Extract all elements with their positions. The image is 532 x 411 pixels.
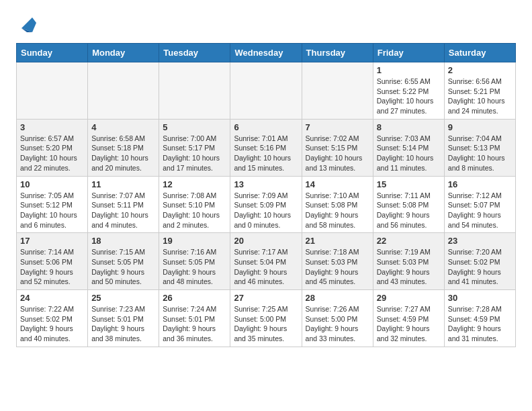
calendar-day-cell: 18Sunrise: 7:15 AMSunset: 5:05 PMDayligh… — [88, 233, 159, 290]
day-number: 8 — [377, 122, 441, 132]
calendar-day-cell: 4Sunrise: 6:58 AMSunset: 5:18 PMDaylight… — [88, 119, 159, 176]
day-number: 30 — [448, 293, 512, 303]
calendar-day-cell: 6Sunrise: 7:01 AMSunset: 5:16 PMDaylight… — [230, 119, 302, 176]
calendar-day-cell: 29Sunrise: 7:27 AMSunset: 4:59 PMDayligh… — [373, 290, 444, 347]
calendar-day-cell — [88, 62, 159, 120]
calendar-day-cell: 23Sunrise: 7:20 AMSunset: 5:02 PMDayligh… — [444, 233, 515, 290]
calendar-day-cell: 25Sunrise: 7:23 AMSunset: 5:01 PMDayligh… — [88, 290, 159, 347]
day-info: Sunrise: 7:05 AMSunset: 5:12 PMDaylight:… — [20, 191, 84, 230]
calendar-week-row: 1Sunrise: 6:55 AMSunset: 5:22 PMDaylight… — [17, 62, 516, 120]
calendar-day-cell — [302, 62, 373, 120]
day-info: Sunrise: 7:10 AMSunset: 5:08 PMDaylight:… — [306, 191, 369, 230]
day-number: 16 — [448, 179, 512, 189]
day-number: 27 — [234, 293, 298, 303]
day-info: Sunrise: 7:02 AMSunset: 5:15 PMDaylight:… — [306, 134, 369, 173]
day-info: Sunrise: 6:57 AMSunset: 5:20 PMDaylight:… — [20, 134, 84, 173]
calendar-day-cell: 16Sunrise: 7:12 AMSunset: 5:07 PMDayligh… — [444, 176, 515, 233]
calendar-day-cell: 15Sunrise: 7:11 AMSunset: 5:08 PMDayligh… — [373, 176, 444, 233]
calendar-day-cell: 27Sunrise: 7:25 AMSunset: 5:00 PMDayligh… — [230, 290, 302, 347]
day-info: Sunrise: 7:23 AMSunset: 5:01 PMDaylight:… — [91, 304, 155, 344]
day-number: 20 — [234, 236, 298, 246]
day-number: 15 — [377, 179, 441, 189]
day-number: 21 — [306, 236, 369, 246]
calendar-day-cell: 2Sunrise: 6:56 AMSunset: 5:21 PMDaylight… — [444, 62, 515, 120]
calendar-day-cell: 28Sunrise: 7:26 AMSunset: 5:00 PMDayligh… — [302, 290, 373, 347]
day-info: Sunrise: 7:16 AMSunset: 5:05 PMDaylight:… — [163, 247, 226, 287]
logo — [16, 13, 36, 32]
calendar-day-cell: 7Sunrise: 7:02 AMSunset: 5:15 PMDaylight… — [302, 119, 373, 176]
day-number: 26 — [163, 293, 226, 303]
day-number: 12 — [163, 179, 226, 189]
day-number: 13 — [234, 179, 298, 189]
day-info: Sunrise: 7:08 AMSunset: 5:10 PMDaylight:… — [163, 191, 226, 230]
day-info: Sunrise: 7:00 AMSunset: 5:17 PMDaylight:… — [163, 134, 226, 173]
calendar: SundayMondayTuesdayWednesdayThursdayFrid… — [16, 43, 516, 347]
day-number: 7 — [306, 122, 369, 132]
day-info: Sunrise: 7:28 AMSunset: 4:59 PMDaylight:… — [448, 304, 512, 344]
calendar-day-cell: 12Sunrise: 7:08 AMSunset: 5:10 PMDayligh… — [159, 176, 230, 233]
calendar-day-cell — [159, 62, 230, 120]
calendar-day-cell: 22Sunrise: 7:19 AMSunset: 5:03 PMDayligh… — [373, 233, 444, 290]
day-info: Sunrise: 6:58 AMSunset: 5:18 PMDaylight:… — [91, 134, 155, 173]
day-info: Sunrise: 7:07 AMSunset: 5:11 PMDaylight:… — [91, 191, 155, 230]
day-info: Sunrise: 7:09 AMSunset: 5:09 PMDaylight:… — [234, 191, 298, 230]
day-number: 3 — [20, 122, 84, 132]
calendar-day-cell: 5Sunrise: 7:00 AMSunset: 5:17 PMDaylight… — [159, 119, 230, 176]
day-info: Sunrise: 7:26 AMSunset: 5:00 PMDaylight:… — [306, 304, 369, 344]
calendar-day-header: Saturday — [444, 44, 515, 62]
calendar-day-cell: 8Sunrise: 7:03 AMSunset: 5:14 PMDaylight… — [373, 119, 444, 176]
day-number: 24 — [20, 293, 84, 303]
calendar-week-row: 3Sunrise: 6:57 AMSunset: 5:20 PMDaylight… — [17, 119, 516, 176]
day-info: Sunrise: 7:04 AMSunset: 5:13 PMDaylight:… — [448, 134, 512, 173]
day-number: 5 — [163, 122, 226, 132]
header — [16, 13, 516, 32]
day-number: 11 — [91, 179, 155, 189]
logo-icon — [17, 13, 36, 32]
calendar-day-header: Tuesday — [159, 44, 230, 62]
day-number: 6 — [234, 122, 298, 132]
calendar-day-header: Wednesday — [230, 44, 302, 62]
calendar-day-cell: 26Sunrise: 7:24 AMSunset: 5:01 PMDayligh… — [159, 290, 230, 347]
day-number: 14 — [306, 179, 369, 189]
calendar-week-row: 10Sunrise: 7:05 AMSunset: 5:12 PMDayligh… — [17, 176, 516, 233]
calendar-week-row: 17Sunrise: 7:14 AMSunset: 5:06 PMDayligh… — [17, 233, 516, 290]
calendar-day-cell: 9Sunrise: 7:04 AMSunset: 5:13 PMDaylight… — [444, 119, 515, 176]
calendar-day-header: Friday — [373, 44, 444, 62]
calendar-day-cell — [230, 62, 302, 120]
calendar-day-cell: 3Sunrise: 6:57 AMSunset: 5:20 PMDaylight… — [17, 119, 88, 176]
day-info: Sunrise: 7:27 AMSunset: 4:59 PMDaylight:… — [377, 304, 441, 344]
day-info: Sunrise: 7:03 AMSunset: 5:14 PMDaylight:… — [377, 134, 441, 173]
calendar-day-cell: 21Sunrise: 7:18 AMSunset: 5:03 PMDayligh… — [302, 233, 373, 290]
calendar-week-row: 24Sunrise: 7:22 AMSunset: 5:02 PMDayligh… — [17, 290, 516, 347]
day-number: 9 — [448, 122, 512, 132]
calendar-day-cell: 24Sunrise: 7:22 AMSunset: 5:02 PMDayligh… — [17, 290, 88, 347]
day-info: Sunrise: 7:14 AMSunset: 5:06 PMDaylight:… — [20, 247, 84, 287]
calendar-day-cell — [17, 62, 88, 120]
day-info: Sunrise: 7:17 AMSunset: 5:04 PMDaylight:… — [234, 247, 298, 287]
day-number: 28 — [306, 293, 369, 303]
day-info: Sunrise: 7:12 AMSunset: 5:07 PMDaylight:… — [448, 191, 512, 230]
day-number: 2 — [448, 65, 512, 75]
day-info: Sunrise: 7:25 AMSunset: 5:00 PMDaylight:… — [234, 304, 298, 344]
day-info: Sunrise: 7:15 AMSunset: 5:05 PMDaylight:… — [91, 247, 155, 287]
calendar-header-row: SundayMondayTuesdayWednesdayThursdayFrid… — [17, 44, 516, 62]
calendar-day-cell: 20Sunrise: 7:17 AMSunset: 5:04 PMDayligh… — [230, 233, 302, 290]
calendar-day-cell: 17Sunrise: 7:14 AMSunset: 5:06 PMDayligh… — [17, 233, 88, 290]
day-number: 22 — [377, 236, 441, 246]
calendar-day-cell: 19Sunrise: 7:16 AMSunset: 5:05 PMDayligh… — [159, 233, 230, 290]
svg-marker-0 — [21, 17, 36, 32]
day-info: Sunrise: 7:24 AMSunset: 5:01 PMDaylight:… — [163, 304, 226, 344]
calendar-day-cell: 30Sunrise: 7:28 AMSunset: 4:59 PMDayligh… — [444, 290, 515, 347]
day-info: Sunrise: 7:19 AMSunset: 5:03 PMDaylight:… — [377, 247, 441, 287]
day-number: 29 — [377, 293, 441, 303]
day-info: Sunrise: 7:11 AMSunset: 5:08 PMDaylight:… — [377, 191, 441, 230]
day-info: Sunrise: 7:20 AMSunset: 5:02 PMDaylight:… — [448, 247, 512, 287]
day-info: Sunrise: 6:55 AMSunset: 5:22 PMDaylight:… — [377, 77, 441, 116]
calendar-day-cell: 1Sunrise: 6:55 AMSunset: 5:22 PMDaylight… — [373, 62, 444, 120]
day-number: 25 — [91, 293, 155, 303]
calendar-day-header: Monday — [88, 44, 159, 62]
calendar-day-cell: 13Sunrise: 7:09 AMSunset: 5:09 PMDayligh… — [230, 176, 302, 233]
day-info: Sunrise: 7:01 AMSunset: 5:16 PMDaylight:… — [234, 134, 298, 173]
day-number: 10 — [20, 179, 84, 189]
day-number: 19 — [163, 236, 226, 246]
